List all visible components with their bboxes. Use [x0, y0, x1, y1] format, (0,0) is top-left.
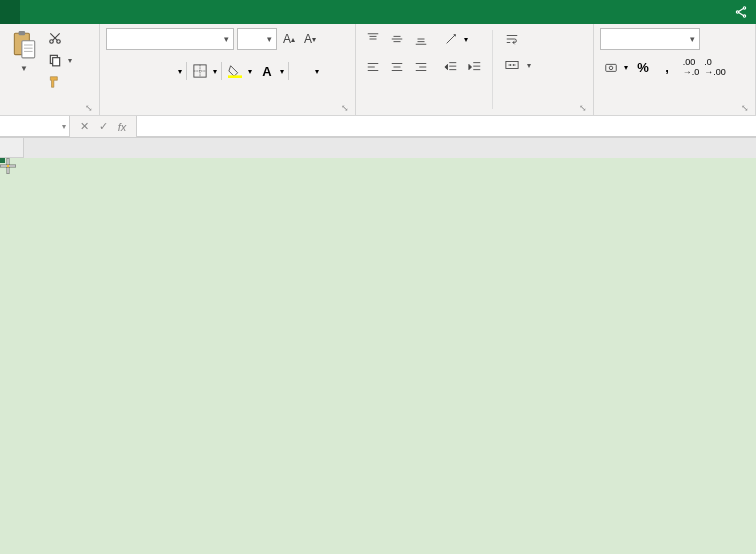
cut-button[interactable]	[46, 28, 74, 48]
svg-rect-5	[22, 41, 35, 58]
wrap-text-button[interactable]	[505, 28, 531, 50]
name-box[interactable]: ▾	[0, 116, 70, 137]
align-center-icon[interactable]	[386, 56, 408, 78]
bold-button[interactable]	[106, 60, 128, 82]
svg-rect-16	[228, 75, 242, 78]
group-font: ▾ ▾ A▴ A▾ ▾ ▾ ▾ A▾ ▾ ⤡	[100, 24, 356, 115]
format-painter-button[interactable]	[46, 72, 74, 92]
number-format-combo[interactable]: ▾	[600, 28, 700, 50]
paste-button[interactable]: ▼	[6, 28, 42, 73]
phonetic-button[interactable]	[291, 60, 313, 82]
copy-button[interactable]: ▾	[46, 50, 74, 70]
formula-input[interactable]	[137, 116, 756, 137]
fill-color-button[interactable]	[224, 60, 246, 82]
increase-font-icon[interactable]: A▴	[280, 28, 298, 50]
comma-icon[interactable]: ,	[656, 56, 678, 78]
increase-decimal-icon[interactable]: .00→.0	[680, 56, 702, 78]
align-middle-icon[interactable]	[386, 28, 408, 50]
svg-point-46	[7, 165, 9, 167]
fill-handle[interactable]	[0, 158, 5, 163]
group-alignment: ▾ ▾ ⤡	[356, 24, 594, 115]
svg-rect-41	[506, 62, 518, 69]
formula-bar: ▾ ✕ ✓ fx	[0, 116, 756, 138]
italic-button[interactable]	[130, 60, 152, 82]
svg-point-2	[743, 15, 745, 17]
underline-button[interactable]	[154, 60, 176, 82]
merge-center-button[interactable]: ▾	[505, 54, 531, 76]
fx-icon[interactable]: fx	[114, 121, 130, 133]
group-clipboard: ▼ ▾ ⤡	[0, 24, 100, 115]
confirm-formula-icon[interactable]: ✓	[95, 120, 111, 133]
decrease-font-icon[interactable]: A▾	[301, 28, 319, 50]
border-button[interactable]	[189, 60, 211, 82]
svg-rect-4	[19, 31, 25, 35]
select-all-corner[interactable]	[0, 138, 24, 158]
decrease-decimal-icon[interactable]: .0→.00	[704, 56, 726, 78]
svg-rect-45	[0, 165, 16, 167]
dialog-launcher-icon[interactable]: ⤡	[85, 103, 93, 113]
font-color-button[interactable]: A	[256, 60, 278, 82]
font-size-combo[interactable]: ▾	[237, 28, 277, 50]
decrease-indent-icon[interactable]	[440, 56, 462, 78]
svg-point-0	[743, 7, 745, 9]
align-top-icon[interactable]	[362, 28, 384, 50]
currency-icon[interactable]	[600, 56, 622, 78]
chevron-down-icon[interactable]: ▾	[176, 67, 184, 76]
tab-file[interactable]	[0, 0, 20, 24]
spreadsheet-grid[interactable]	[0, 138, 756, 158]
align-right-icon[interactable]	[410, 56, 432, 78]
svg-rect-44	[7, 158, 9, 174]
ribbon: ▼ ▾ ⤡ ▾ ▾ A▴ A▾ ▾ ▾	[0, 24, 756, 116]
svg-rect-12	[53, 58, 60, 66]
align-bottom-icon[interactable]	[410, 28, 432, 50]
share-icon[interactable]	[726, 0, 756, 24]
chevron-down-icon: ▼	[20, 64, 28, 73]
increase-indent-icon[interactable]	[464, 56, 486, 78]
percent-icon[interactable]: %	[632, 56, 654, 78]
font-name-combo[interactable]: ▾	[106, 28, 234, 50]
svg-point-1	[736, 11, 738, 13]
svg-rect-42	[606, 64, 617, 71]
group-number: ▾ ▾ % , .00→.0 .0→.00 ⤡	[594, 24, 756, 115]
cell-selection	[0, 158, 4, 162]
orientation-icon[interactable]	[440, 28, 462, 50]
cancel-formula-icon[interactable]: ✕	[76, 120, 92, 133]
align-left-icon[interactable]	[362, 56, 384, 78]
cursor-cross-icon	[0, 158, 16, 174]
menu-bar	[0, 0, 756, 24]
svg-point-43	[609, 66, 613, 70]
